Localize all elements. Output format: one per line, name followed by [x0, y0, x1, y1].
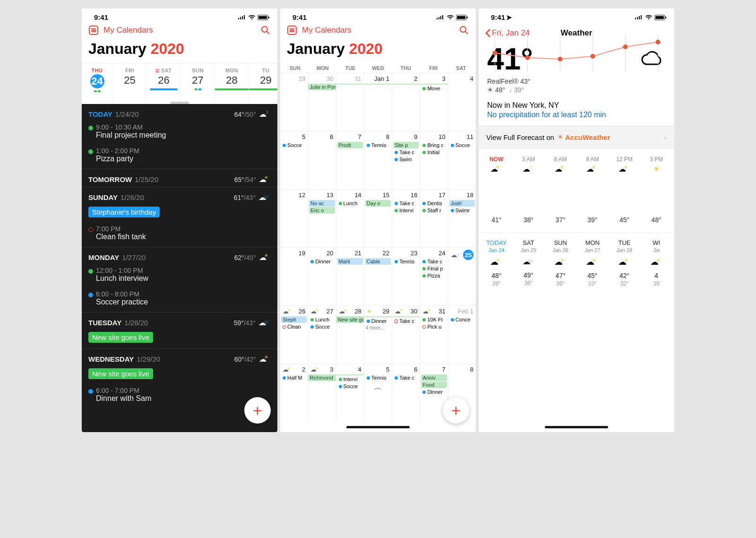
month-event[interactable]: Julie in Portland [308, 84, 335, 90]
month-cell[interactable]: 20Dinner [308, 247, 335, 305]
home-indicator[interactable] [346, 426, 410, 428]
month-cell[interactable]: ☀29Dinner4 more... [364, 305, 392, 364]
month-event[interactable]: Cable [365, 258, 391, 265]
day-strip-cell[interactable]: THU24 [82, 64, 113, 100]
month-cell[interactable]: 6Take c [392, 364, 420, 422]
month-cell[interactable]: ☁☀26StephClean [280, 305, 308, 364]
month-cell[interactable]: 24Take cFinal pPizza [420, 247, 447, 305]
month-cell[interactable]: 21Marti [336, 247, 364, 305]
month-event[interactable]: Pizza [421, 272, 447, 279]
month-cell[interactable]: ☁☀3110K FtPick u [420, 305, 447, 364]
add-event-button[interactable]: + [443, 397, 469, 424]
month-cell[interactable]: ☁☀2Half M [280, 364, 308, 422]
agenda-event[interactable]: 12:00 - 1:00 PMLunch interview [82, 265, 277, 288]
agenda-event[interactable]: 7:00 PMClean fish tank [82, 223, 277, 247]
month-event[interactable] [364, 316, 392, 317]
day-strip-cell[interactable]: TU29 [249, 64, 277, 100]
month-event[interactable]: Take c [393, 374, 419, 381]
month-event[interactable]: New site goes live [336, 316, 364, 323]
agenda-event[interactable]: 1:00 - 2:00 PMPizza party [82, 145, 277, 169]
daily-forecast[interactable]: TODAYJan 24☁☀48°39°SATJan 25☁╱╱49°38°SUN… [479, 233, 674, 294]
month-event[interactable]: Pick u [421, 323, 447, 330]
month-cell[interactable]: 3Move [420, 73, 447, 131]
agenda-event[interactable]: 6:00 - 8:00 PMSoccer practice [82, 288, 277, 312]
month-event[interactable]: Tennis [365, 374, 391, 381]
month-cell[interactable]: 11Socce [448, 131, 476, 189]
add-event-button[interactable]: + [244, 397, 271, 424]
month-event[interactable]: Dentis [421, 200, 447, 207]
month-event[interactable]: Swim [393, 156, 419, 163]
month-grid[interactable]: 2930Julie in Portland31Jan 123Move 45Soc… [280, 73, 476, 422]
month-event[interactable] [336, 84, 364, 85]
month-event[interactable]: Marti [337, 258, 363, 265]
month-event[interactable]: 10K Ft [421, 316, 447, 323]
month-cell[interactable]: 6 [308, 131, 335, 189]
month-event[interactable]: Intervi [337, 376, 363, 382]
month-event[interactable]: Tennis [365, 142, 391, 148]
month-cell[interactable]: 17DentisStaff r [420, 189, 447, 247]
month-event[interactable]: Socce [281, 142, 307, 148]
month-event[interactable]: Steph [281, 316, 307, 323]
month-event[interactable]: Site p [393, 142, 419, 148]
hourly-forecast[interactable]: NOW☁☀41°3 AM☁☽38°6 AM☁☀37°9 AM☁☀39°12 PM… [479, 148, 674, 233]
month-cell[interactable]: 30Julie in Portland [308, 73, 335, 131]
agenda-event[interactable]: 9:00 - 10:30 AMFinal project meeting [82, 121, 277, 145]
my-calendars-link[interactable]: My Calendars [103, 26, 153, 35]
month-event[interactable]: Day o [365, 200, 391, 207]
month-cell[interactable]: ☁☀3Richmond [308, 364, 335, 422]
month-cell[interactable]: 29 [280, 73, 308, 131]
month-event[interactable]: Final p [421, 265, 447, 272]
month-event[interactable]: Take c [393, 149, 419, 156]
month-event[interactable]: Dinner [365, 318, 391, 324]
day-strip-cell[interactable]: SUN27 [181, 64, 215, 100]
my-calendars-link[interactable]: My Calendars [302, 26, 352, 35]
agenda-event[interactable]: New site goes live [82, 330, 277, 348]
month-cell[interactable]: 4 [448, 73, 476, 131]
month-cell[interactable]: 16Take cIntervi [392, 189, 420, 247]
month-cell[interactable]: 10Bring cInitial [420, 131, 447, 189]
month-event[interactable]: Conce [449, 316, 475, 323]
month-cell[interactable]: 8Tennis [364, 131, 392, 189]
month-cell[interactable]: 4InterviSocce [336, 364, 364, 422]
month-cell[interactable]: ☁☀27LunchSocce [308, 305, 335, 364]
month-cell[interactable]: 2 [392, 73, 420, 131]
month-cell[interactable]: 9Site pTake cSwim [392, 131, 420, 189]
month-event[interactable]: Take c [393, 318, 419, 324]
month-cell[interactable]: 18Josh'Swimr [448, 189, 476, 247]
month-cell[interactable]: 12 [280, 189, 308, 247]
month-event[interactable]: Clean [281, 323, 307, 330]
month-cell[interactable]: ☁☀28New site goes live [336, 305, 364, 364]
day-strip-cell[interactable]: FRI25 [113, 64, 147, 100]
month-event[interactable]: No sc [309, 200, 335, 207]
month-cell[interactable]: 5Socce [280, 131, 308, 189]
day-strip-cell[interactable]: MON28 [215, 64, 249, 100]
month-event[interactable]: Socce [449, 142, 475, 148]
month-event[interactable] [392, 84, 420, 85]
month-event[interactable]: Intervi [393, 207, 419, 214]
search-icon[interactable] [260, 25, 271, 35]
month-cell[interactable]: 13No scEric o [308, 189, 335, 247]
month-event[interactable]: Anniv [421, 374, 447, 381]
month-cell[interactable]: 31 [336, 73, 364, 131]
month-cell[interactable]: ☁╱25 [448, 247, 476, 305]
month-event[interactable]: Bring c [421, 142, 447, 148]
month-cell[interactable]: 7Prodt [336, 131, 364, 189]
month-event[interactable]: Move [421, 85, 447, 92]
more-events-link[interactable]: 4 more... [364, 325, 392, 331]
day-strip[interactable]: THU24FRI25☑ SAT26SUN27MON28TU29 [82, 63, 277, 100]
month-event[interactable]: Take c [421, 258, 447, 265]
month-event[interactable]: Lunch [337, 200, 363, 207]
day-strip-cell[interactable]: ☑ SAT26 [147, 64, 181, 100]
month-event[interactable]: Eric o [309, 207, 335, 214]
month-cell[interactable]: 19 [280, 247, 308, 305]
month-cell[interactable]: 22Cable [364, 247, 392, 305]
month-event[interactable]: Initial [421, 149, 447, 156]
menu-icon[interactable] [287, 25, 297, 35]
month-cell[interactable]: 15Day o [364, 189, 392, 247]
month-event[interactable]: Josh' [449, 200, 475, 207]
month-event[interactable]: Half M [281, 374, 307, 381]
month-event[interactable] [392, 316, 420, 317]
precipitation-text[interactable]: No precipitation for at least 120 min [487, 110, 666, 119]
month-cell[interactable]: Jan 1 [364, 73, 392, 131]
agenda-event[interactable]: Stephanie's birthday [82, 205, 277, 223]
